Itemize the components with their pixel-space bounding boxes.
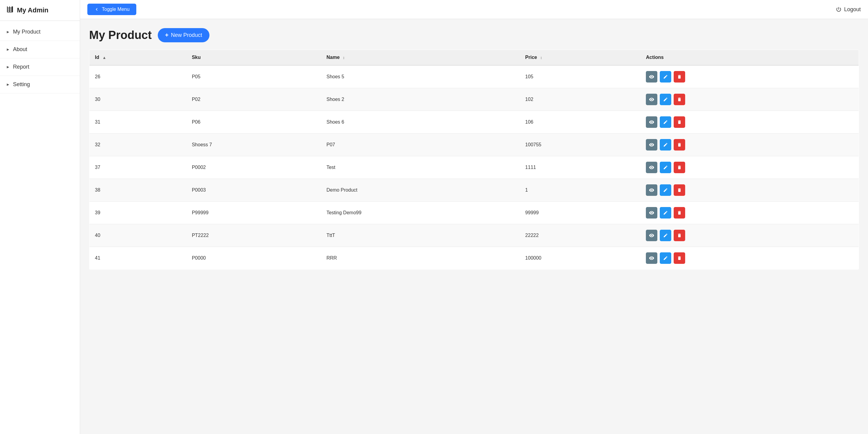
- action-buttons: [646, 252, 853, 264]
- eye-icon: [649, 119, 654, 125]
- col-header-price[interactable]: Price ↕: [520, 50, 641, 66]
- cell-actions: [641, 247, 859, 270]
- sidebar-item-label: Setting: [13, 81, 30, 88]
- eye-icon: [649, 187, 654, 193]
- action-buttons: [646, 94, 853, 105]
- view-button[interactable]: [646, 116, 657, 128]
- sidebar-item-setting[interactable]: ► Setting: [0, 76, 80, 93]
- cell-sku: P02: [186, 88, 321, 111]
- col-header-name[interactable]: Name ↕: [321, 50, 520, 66]
- action-buttons: [646, 207, 853, 218]
- cell-price: 99999: [520, 202, 641, 224]
- cell-actions: [641, 179, 859, 202]
- chevron-right-icon: ►: [6, 65, 10, 69]
- cell-actions: [641, 202, 859, 224]
- cell-actions: [641, 111, 859, 133]
- delete-button[interactable]: [674, 116, 685, 128]
- sidebar-item-about[interactable]: ► About: [0, 41, 80, 58]
- action-buttons: [646, 71, 853, 83]
- eye-icon: [649, 233, 654, 238]
- toggle-menu-label: Toggle Menu: [102, 7, 130, 12]
- action-buttons: [646, 116, 853, 128]
- view-button[interactable]: [646, 71, 657, 83]
- cell-actions: [641, 156, 859, 179]
- cell-actions: [641, 133, 859, 156]
- edit-button[interactable]: [660, 184, 671, 196]
- toggle-menu-button[interactable]: Toggle Menu: [87, 4, 136, 15]
- sort-icon-id: ▲: [102, 55, 106, 60]
- view-button[interactable]: [646, 184, 657, 196]
- view-button[interactable]: [646, 252, 657, 264]
- delete-button[interactable]: [674, 94, 685, 105]
- trash-icon: [677, 97, 682, 102]
- table-row: 30P02Shoes 2102: [89, 88, 859, 111]
- col-header-sku[interactable]: Sku: [186, 50, 321, 66]
- sidebar: My Admin ► My Product ► About ► Report ►…: [0, 0, 80, 434]
- cell-price: 106: [520, 111, 641, 133]
- chevron-right-icon: ►: [6, 82, 10, 87]
- new-product-button[interactable]: + New Product: [158, 28, 210, 42]
- view-button[interactable]: [646, 230, 657, 241]
- sidebar-item-report[interactable]: ► Report: [0, 58, 80, 76]
- table-header-row: Id ▲ Sku Name ↕ Price ↕ Acti: [89, 50, 859, 66]
- edit-button[interactable]: [660, 116, 671, 128]
- app-title-text: My Admin: [17, 6, 49, 14]
- logout-button[interactable]: Logout: [836, 6, 861, 13]
- delete-button[interactable]: [674, 162, 685, 173]
- edit-button[interactable]: [660, 94, 671, 105]
- cell-price: 102: [520, 88, 641, 111]
- sidebar-item-my-product[interactable]: ► My Product: [0, 23, 80, 41]
- power-icon: [836, 6, 842, 12]
- col-header-id[interactable]: Id ▲: [89, 50, 186, 66]
- pencil-icon: [663, 97, 668, 102]
- delete-button[interactable]: [674, 252, 685, 264]
- view-button[interactable]: [646, 162, 657, 173]
- delete-button[interactable]: [674, 139, 685, 151]
- table-row: 31P06Shoes 6106: [89, 111, 859, 133]
- edit-button[interactable]: [660, 139, 671, 151]
- eye-icon: [649, 97, 654, 102]
- cell-sku: P99999: [186, 202, 321, 224]
- edit-button[interactable]: [660, 252, 671, 264]
- cell-id: 40: [89, 224, 186, 247]
- edit-button[interactable]: [660, 207, 671, 218]
- trash-icon: [677, 188, 682, 192]
- cell-id: 38: [89, 179, 186, 202]
- sort-icon-name: ↕: [343, 55, 345, 60]
- page-title: My Product: [89, 29, 152, 42]
- view-button[interactable]: [646, 207, 657, 218]
- table-row: 40PT2222TttT22222: [89, 224, 859, 247]
- delete-button[interactable]: [674, 184, 685, 196]
- toggle-menu-icon: [94, 7, 99, 12]
- table-row: 26P05Shoes 5105: [89, 65, 859, 88]
- delete-button[interactable]: [674, 230, 685, 241]
- pencil-icon: [663, 210, 668, 215]
- delete-button[interactable]: [674, 71, 685, 83]
- table-row: 32Shoess 7P07100755: [89, 133, 859, 156]
- edit-button[interactable]: [660, 162, 671, 173]
- delete-button[interactable]: [674, 207, 685, 218]
- new-product-label: New Product: [171, 32, 202, 38]
- plus-icon: +: [165, 32, 168, 39]
- cell-id: 41: [89, 247, 186, 270]
- eye-icon: [649, 255, 654, 261]
- edit-button[interactable]: [660, 71, 671, 83]
- cell-price: 1: [520, 179, 641, 202]
- pencil-icon: [663, 165, 668, 170]
- eye-icon: [649, 210, 654, 216]
- chevron-right-icon: ►: [6, 47, 10, 52]
- eye-icon: [649, 74, 654, 80]
- product-table: Id ▲ Sku Name ↕ Price ↕ Acti: [89, 50, 859, 270]
- cell-sku: PT2222: [186, 224, 321, 247]
- view-button[interactable]: [646, 94, 657, 105]
- cell-actions: [641, 224, 859, 247]
- cell-sku: Shoess 7: [186, 133, 321, 156]
- view-button[interactable]: [646, 139, 657, 151]
- pencil-icon: [663, 256, 668, 260]
- edit-button[interactable]: [660, 230, 671, 241]
- trash-icon: [677, 233, 682, 238]
- sidebar-item-label: My Product: [13, 29, 40, 35]
- trash-icon: [677, 210, 682, 215]
- cell-id: 31: [89, 111, 186, 133]
- cell-price: 22222: [520, 224, 641, 247]
